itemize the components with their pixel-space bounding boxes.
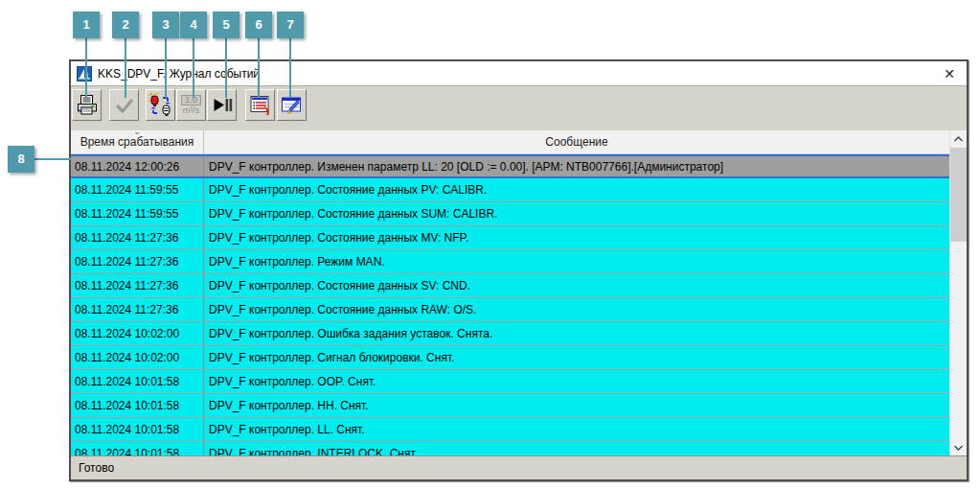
event-time-cell: 08.11.2024 10:02:00 bbox=[71, 322, 204, 345]
callout-line-5 bbox=[225, 38, 227, 98]
event-message-cell: DPV_F контроллер. Изменен параметр LL: 2… bbox=[204, 156, 949, 176]
column-header-time-label: Время срабатывания bbox=[80, 135, 194, 149]
title-bar: KKS_DPV_F. Журнал событий ✕ bbox=[71, 61, 967, 85]
column-header-time[interactable]: ⌄ Время срабатывания bbox=[71, 130, 204, 153]
table-row[interactable]: 08.11.2024 11:59:55 DPV_F контроллер. Со… bbox=[71, 178, 949, 202]
event-time-cell: 08.11.2024 10:01:58 bbox=[71, 442, 204, 455]
table-row[interactable]: 08.11.2024 11:27:36 DPV_F контроллер. Ре… bbox=[71, 250, 949, 274]
edit-notes-button[interactable] bbox=[277, 89, 307, 121]
event-message-cell: DPV_F контроллер. Сигнал блокировки. Сня… bbox=[204, 346, 949, 369]
sort-ascending-icon: ⌄ bbox=[133, 130, 141, 136]
scrollbar-thumb[interactable] bbox=[950, 148, 967, 242]
chevron-up-icon bbox=[954, 136, 963, 142]
event-message-cell: DPV_F контроллер. INTERLOCK. Снят. bbox=[204, 442, 949, 455]
event-time-cell: 08.11.2024 10:01:58 bbox=[71, 394, 204, 417]
callout-badge-6: 6 bbox=[245, 12, 272, 38]
table-row[interactable]: 08.11.2024 10:01:58 DPV_F контроллер. HH… bbox=[71, 394, 949, 418]
table-row[interactable]: 08.11.2024 12:00:26 DPV_F контроллер. Из… bbox=[71, 154, 949, 178]
event-log-window: KKS_DPV_F. Журнал событий ✕ bbox=[69, 59, 969, 481]
column-header-message[interactable]: Сообщение bbox=[204, 130, 949, 153]
table-row[interactable]: 08.11.2024 11:27:36 DPV_F контроллер. Со… bbox=[71, 298, 949, 322]
event-table: ⌄ Время срабатывания Сообщение 08.11.202… bbox=[71, 130, 967, 455]
callout-badge-8: 8 bbox=[8, 146, 34, 173]
callout-badge-7: 7 bbox=[277, 12, 304, 38]
event-message-cell: DPV_F контроллер. Ошибка задания уставок… bbox=[204, 322, 949, 345]
scrollbar-down-button[interactable] bbox=[950, 439, 967, 455]
callout-line-7 bbox=[289, 38, 291, 98]
event-message-cell: DPV_F контроллер. OOP. Снят. bbox=[204, 370, 949, 393]
table-row[interactable]: 08.11.2024 11:27:36 DPV_F контроллер. Со… bbox=[71, 226, 949, 250]
callout-badge-3: 3 bbox=[152, 12, 179, 38]
callout-line-2 bbox=[125, 38, 126, 98]
screen: 1 2 3 4 5 6 7 8 KKS_DPV_F. Журнал событи… bbox=[0, 0, 980, 490]
notepad-pencil-icon bbox=[280, 93, 305, 118]
callout-badge-2: 2 bbox=[112, 12, 139, 38]
window-title: KKS_DPV_F. Журнал событий bbox=[98, 67, 940, 81]
event-time-cell: 08.11.2024 11:59:55 bbox=[71, 202, 204, 225]
table-row[interactable]: 08.11.2024 11:59:55 DPV_F контроллер. Со… bbox=[71, 202, 949, 226]
toolbar: 1.0 m³/s bbox=[71, 85, 967, 130]
event-grid: ⌄ Время срабатывания Сообщение 08.11.202… bbox=[71, 130, 949, 455]
flow-unit: m³/s bbox=[183, 106, 200, 115]
event-time-cell: 08.11.2024 11:27:36 bbox=[71, 226, 204, 249]
callout-line-1 bbox=[85, 38, 87, 98]
callout-line-6 bbox=[258, 38, 260, 98]
table-row[interactable]: 08.11.2024 10:01:58 DPV_F контроллер. OO… bbox=[71, 370, 949, 394]
callout-badge-5: 5 bbox=[213, 12, 239, 38]
event-message-cell: DPV_F контроллер. Режим MAN. bbox=[204, 250, 949, 273]
table-row[interactable]: 08.11.2024 10:02:00 DPV_F контроллер. Ош… bbox=[71, 322, 949, 346]
alarm-lamps-icon bbox=[148, 93, 173, 118]
status-text: Готово bbox=[79, 461, 114, 475]
alarm-toggle-button[interactable] bbox=[146, 89, 175, 121]
table-header: ⌄ Время срабатывания Сообщение bbox=[71, 130, 949, 154]
event-filter-button[interactable] bbox=[245, 89, 275, 121]
event-message-cell: DPV_F контроллер. Состояние данных RAW: … bbox=[204, 298, 949, 321]
event-time-cell: 08.11.2024 10:01:58 bbox=[71, 370, 204, 393]
callout-line-3 bbox=[165, 38, 167, 98]
event-message-cell: DPV_F контроллер. Состояние данных PV: C… bbox=[204, 178, 949, 201]
status-bar: Готово bbox=[71, 455, 967, 479]
event-list-icon bbox=[248, 93, 273, 118]
event-message-cell: DPV_F контроллер. LL. Снят. bbox=[204, 418, 949, 441]
chevron-down-icon bbox=[954, 445, 963, 451]
callout-badge-1: 1 bbox=[73, 12, 100, 38]
event-time-cell: 08.11.2024 11:27:36 bbox=[71, 250, 204, 273]
table-row[interactable]: 08.11.2024 11:27:36 DPV_F контроллер. Со… bbox=[71, 274, 949, 298]
event-time-cell: 08.11.2024 10:01:58 bbox=[71, 418, 204, 441]
event-message-cell: DPV_F контроллер. Состояние данных MV: N… bbox=[204, 226, 949, 249]
table-body: 08.11.2024 12:00:26 DPV_F контроллер. Из… bbox=[71, 154, 949, 455]
event-message-cell: DPV_F контроллер. Состояние данных SUM: … bbox=[204, 202, 949, 225]
callout-line-8 bbox=[34, 158, 71, 160]
event-message-cell: DPV_F контроллер. Состояние данных SV: C… bbox=[204, 274, 949, 297]
table-row[interactable]: 08.11.2024 10:01:58 DPV_F контроллер. IN… bbox=[71, 442, 949, 455]
column-header-message-label: Сообщение bbox=[545, 135, 607, 149]
table-row[interactable]: 08.11.2024 10:02:00 DPV_F контроллер. Си… bbox=[71, 346, 949, 370]
event-time-cell: 08.11.2024 11:27:36 bbox=[71, 298, 204, 321]
flow-setpoint-icon: 1.0 m³/s bbox=[181, 95, 201, 115]
play-pause-button[interactable] bbox=[207, 89, 237, 121]
flow-setpoint-button[interactable]: 1.0 m³/s bbox=[176, 89, 206, 121]
event-message-cell: DPV_F контроллер. HH. Снят. bbox=[204, 394, 949, 417]
event-time-cell: 08.11.2024 11:27:36 bbox=[71, 274, 204, 297]
scrollbar-up-button[interactable] bbox=[950, 130, 967, 147]
table-row[interactable]: 08.11.2024 10:01:58 DPV_F контроллер. LL… bbox=[71, 418, 949, 442]
event-time-cell: 08.11.2024 11:59:55 bbox=[71, 178, 204, 201]
callout-badge-4: 4 bbox=[180, 12, 207, 38]
flow-value: 1.0 bbox=[181, 95, 201, 105]
vertical-scrollbar[interactable] bbox=[949, 130, 967, 455]
close-button[interactable]: ✕ bbox=[940, 63, 959, 84]
callout-line-4 bbox=[193, 38, 194, 98]
event-time-cell: 08.11.2024 10:02:00 bbox=[71, 346, 204, 369]
app-icon bbox=[77, 66, 92, 82]
event-time-cell: 08.11.2024 12:00:26 bbox=[71, 156, 204, 176]
play-pause-icon bbox=[211, 94, 234, 117]
